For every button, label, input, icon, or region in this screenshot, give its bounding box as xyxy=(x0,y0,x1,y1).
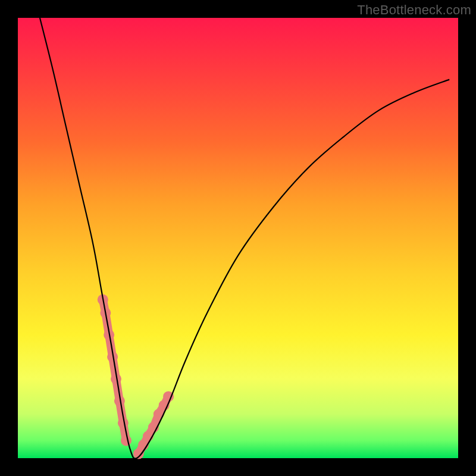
bottleneck-curve xyxy=(40,18,449,459)
highlight-point xyxy=(121,435,131,446)
curve-layer xyxy=(18,18,458,458)
plot-area xyxy=(18,18,458,458)
watermark-text: TheBottleneck.com xyxy=(357,2,471,18)
chart-frame: TheBottleneck.com xyxy=(0,0,476,476)
